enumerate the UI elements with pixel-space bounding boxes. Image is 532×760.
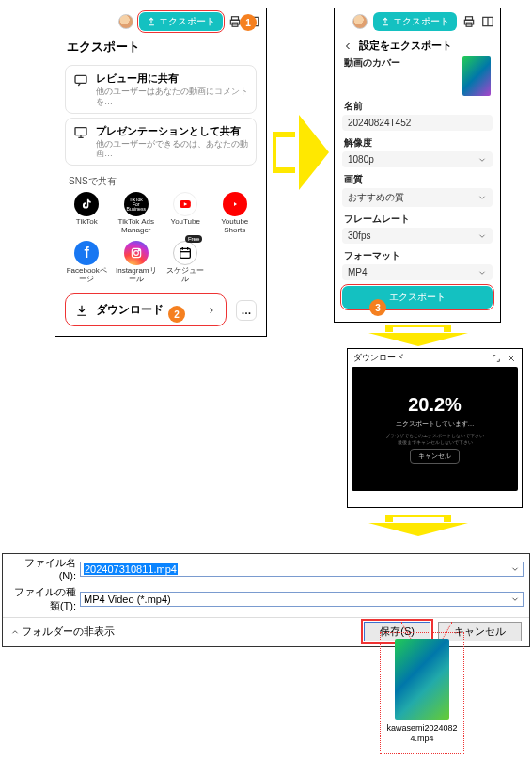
- svg-rect-11: [180, 249, 191, 259]
- result-thumbnail: [395, 639, 449, 720]
- sns-yt-shorts[interactable]: Youtube Shorts: [211, 190, 259, 237]
- export-confirm-button[interactable]: エクスポート: [342, 286, 493, 309]
- progress-cancel-button[interactable]: キャンセル: [410, 449, 460, 464]
- avatar[interactable]: [352, 14, 368, 29]
- free-tag: Free: [185, 235, 202, 243]
- card-sub: 他のユーザーはあなたの動画にコメントを…: [96, 87, 248, 107]
- chevron-down-icon: [510, 594, 520, 604]
- chevron-down-icon: [477, 155, 487, 165]
- more-button[interactable]: …: [236, 300, 257, 321]
- share-presentation-card[interactable]: プレゼンテーションとして共有 他のユーザーができるのは、あなたの動画…: [65, 118, 257, 166]
- presentation-icon: [73, 125, 88, 140]
- fps-select[interactable]: 30fps: [342, 228, 493, 244]
- hide-folders-toggle[interactable]: フォルダーの非表示: [10, 625, 115, 639]
- progress-note: ブラウザでもこのエクスポートしないで下さい最後までキャンセルしないで下さい: [385, 433, 484, 445]
- sns-tiktok-ads[interactable]: TikTokFor Business TikTok Ads Manager: [113, 190, 161, 237]
- topbar-b: エクスポート: [335, 8, 500, 35]
- card-title: レビュー用に共有: [96, 71, 248, 86]
- topbar-a: エクスポート: [55, 8, 266, 35]
- back-row[interactable]: 設定をエクスポート: [335, 35, 500, 56]
- svg-point-9: [133, 251, 138, 256]
- export-button-label: エクスポート: [159, 15, 215, 28]
- share-review-card[interactable]: レビュー用に共有 他のユーザーはあなたの動画にコメントを…: [65, 65, 257, 114]
- name-label: 名前: [335, 96, 500, 113]
- sns-tiktok[interactable]: TikTok: [63, 190, 111, 237]
- step-badge-1: 1: [240, 14, 257, 31]
- progress-percent: 20.2%: [408, 394, 462, 416]
- step-badge-2: 2: [168, 306, 185, 323]
- export-settings-panel: エクスポート 設定をエクスポート 動画のカバー 名前 20240824T452 …: [334, 8, 501, 323]
- step-badge-3: 3: [369, 299, 386, 316]
- quality-label: 画質: [335, 169, 500, 186]
- sns-facebook[interactable]: f Facebookページ: [63, 239, 111, 286]
- avatar[interactable]: [118, 14, 133, 29]
- filename-label: ファイル名(N):: [8, 556, 76, 581]
- sns-schedule[interactable]: Free スケジュール: [162, 239, 210, 286]
- svg-rect-5: [75, 75, 86, 83]
- back-label: 設定をエクスポート: [359, 39, 452, 53]
- chevron-down-icon: [510, 564, 520, 574]
- sns-instagram[interactable]: Instagramリール: [113, 239, 161, 286]
- chevron-right-icon: [207, 306, 216, 315]
- svg-point-10: [138, 250, 139, 251]
- quality-select[interactable]: おすすめの質: [342, 188, 493, 207]
- progress-title: ダウンロード: [353, 352, 404, 364]
- format-select[interactable]: MP4: [342, 264, 493, 280]
- chat-icon: [73, 72, 88, 87]
- chevron-down-icon: [477, 231, 487, 241]
- chevron-down-icon: [477, 193, 487, 202]
- cover-label: 動画のカバー: [344, 56, 400, 70]
- download-button[interactable]: ダウンロード: [65, 293, 227, 326]
- svg-rect-6: [75, 127, 86, 135]
- chevron-down-icon: [477, 268, 487, 277]
- sns-youtube[interactable]: YouTube: [162, 190, 210, 237]
- name-field[interactable]: 20240824T452: [342, 115, 493, 131]
- sns-label: SNSで共有: [55, 169, 266, 190]
- export-panel: エクスポート 1 エクスポート レビュー用に共有 他のユーザーはあなたの動画にコ…: [55, 8, 267, 337]
- format-label: フォーマット: [335, 245, 500, 262]
- cover-thumbnail[interactable]: [462, 56, 491, 96]
- resolution-select[interactable]: 1080p: [342, 151, 493, 167]
- export-button-top[interactable]: エクスポート: [373, 12, 457, 31]
- filename-field[interactable]: 202407310811.mp4: [80, 562, 524, 577]
- download-progress-panel: ダウンロード 20.2% エクスポートしています… ブラウザでもこのエクスポート…: [347, 348, 523, 508]
- download-label: ダウンロード: [96, 302, 164, 318]
- card-sub: 他のユーザーができるのは、あなたの動画…: [96, 139, 248, 160]
- result-filename: kawasemi20240824.mp4: [384, 723, 460, 744]
- expand-icon[interactable]: [492, 354, 501, 363]
- chevron-up-icon: [10, 627, 20, 637]
- sns-grid: TikTok TikTokFor Business TikTok Ads Man…: [55, 190, 266, 286]
- result-file[interactable]: kawasemi20240824.mp4: [380, 632, 464, 754]
- layout-icon[interactable]: [481, 15, 494, 28]
- panel-title: エクスポート: [55, 35, 266, 61]
- print-icon[interactable]: [462, 15, 476, 28]
- fps-label: フレームレート: [335, 209, 500, 226]
- export-button[interactable]: エクスポート: [139, 12, 223, 31]
- card-title: プレゼンテーションとして共有: [96, 124, 248, 138]
- progress-message: エクスポートしています…: [396, 420, 475, 429]
- close-icon[interactable]: [507, 354, 516, 363]
- filetype-field[interactable]: MP4 Video (*.mp4): [80, 592, 524, 607]
- filetype-label: ファイルの種類(T):: [8, 585, 76, 613]
- chevron-left-icon: [342, 40, 353, 52]
- resolution-label: 解像度: [335, 133, 500, 150]
